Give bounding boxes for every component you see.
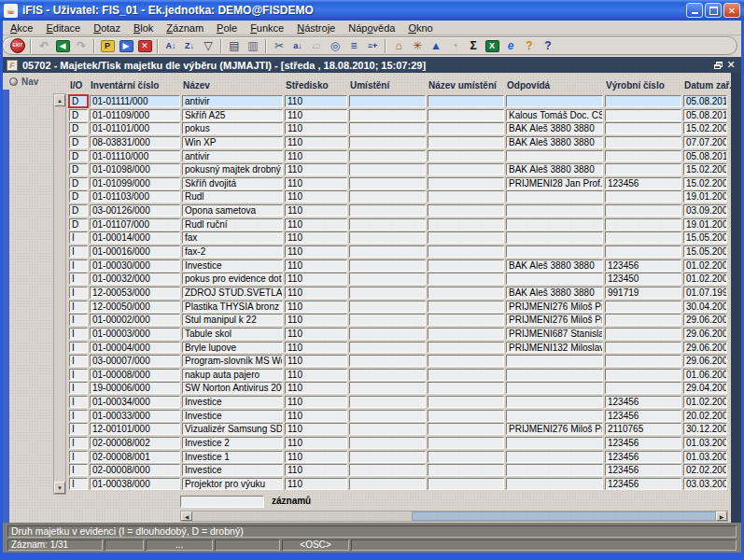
grid-cell-odp[interactable] xyxy=(506,369,603,381)
grid-cell-vyr[interactable]: 123456 xyxy=(605,396,681,408)
grid-cell-odp[interactable] xyxy=(506,396,603,408)
excel-icon[interactable]: X xyxy=(483,38,501,54)
grid-cell-vyr[interactable] xyxy=(605,109,681,121)
grid-cell-str[interactable]: 110 xyxy=(285,396,347,408)
helm-icon[interactable]: ✳ xyxy=(408,38,427,54)
grid-cell-nazev[interactable]: antivir xyxy=(182,150,283,162)
grid-cell-io[interactable]: I xyxy=(69,355,88,367)
grid-cell-numi[interactable] xyxy=(428,369,504,381)
grid-cell-odp[interactable] xyxy=(506,218,603,231)
grid-cell-odp[interactable] xyxy=(506,273,603,285)
grid-cell-nazev[interactable]: Investice xyxy=(182,464,283,476)
menu-item-akce[interactable]: Akce xyxy=(4,22,39,34)
form-restore-button[interactable] xyxy=(711,59,724,71)
grid-cell-str[interactable]: 110 xyxy=(285,190,347,203)
grid-cell-nazev[interactable]: pokusný majtek drobný xyxy=(182,163,283,175)
commit-save-icon[interactable]: ◀ xyxy=(53,38,72,54)
grid-cell-nazev[interactable]: nakup auta pajero xyxy=(182,369,283,381)
context-help-icon[interactable]: ? xyxy=(520,38,539,54)
grid-cell-dat[interactable]: 29.06.2001 xyxy=(683,342,727,354)
grid-cell-io[interactable]: I xyxy=(69,410,88,422)
grid-cell-odp[interactable]: PRIJMENI276 Miloš Prof. Dr xyxy=(506,314,603,326)
grid-cell-dat[interactable]: 30.04.2001 xyxy=(683,301,727,313)
grid-cell-umi[interactable] xyxy=(349,328,426,340)
grid-cell-io[interactable]: I xyxy=(69,314,88,326)
grid-cell-numi[interactable] xyxy=(428,259,504,272)
grid-cell-umi[interactable] xyxy=(349,204,426,217)
grid-cell-vyr[interactable]: 991719 xyxy=(605,287,681,299)
grid-cell-vyr[interactable]: 123456 xyxy=(605,259,681,272)
grid-cell-dat[interactable]: 01.03.2005 xyxy=(683,451,727,463)
grid-cell-numi[interactable] xyxy=(428,396,504,408)
close-button[interactable]: ✕ xyxy=(723,3,740,18)
grid-cell-inv[interactable]: 01-00032/000 xyxy=(90,273,180,285)
grid-cell-nazev[interactable]: Investice xyxy=(182,410,283,422)
grid-cell-odp[interactable] xyxy=(506,150,603,162)
grid-cell-str[interactable]: 110 xyxy=(285,328,347,340)
grid-cell-str[interactable]: 110 xyxy=(285,437,347,449)
grid-cell-vyr[interactable] xyxy=(605,369,681,381)
grid-cell-umi[interactable] xyxy=(349,273,426,285)
grid-cell-io[interactable]: I xyxy=(69,301,88,313)
grid-cell-io[interactable]: D xyxy=(69,204,88,217)
grid-cell-dat[interactable]: 05.08.2010 xyxy=(683,150,727,162)
scroll-down-button[interactable]: ▼ xyxy=(54,482,65,494)
horizontal-scroll-thumb[interactable] xyxy=(412,511,716,521)
scroll-right-button[interactable]: ▶ xyxy=(716,511,727,521)
grid-cell-inv[interactable]: 01-00002/000 xyxy=(90,314,180,326)
grid-cell-vyr[interactable] xyxy=(605,382,681,394)
grid-cell-vyr[interactable] xyxy=(605,122,681,134)
grid-cell-inv[interactable]: 01-01098/000 xyxy=(90,163,180,175)
grid-cell-numi[interactable] xyxy=(428,287,504,299)
grid-cell-io[interactable]: I xyxy=(69,259,88,272)
grid-cell-umi[interactable] xyxy=(349,122,426,134)
grid-cell-dat[interactable]: 29.06.2001 xyxy=(683,328,727,340)
grid-cell-umi[interactable] xyxy=(349,355,426,367)
grid-cell-nazev[interactable]: Opona sametova xyxy=(182,204,283,217)
grid-cell-umi[interactable] xyxy=(349,301,426,313)
minimize-button[interactable] xyxy=(686,3,703,18)
detail-list-icon[interactable]: ≡+ xyxy=(363,38,382,54)
grid-cell-dat[interactable]: 01.06.2004 xyxy=(683,369,727,381)
grid-cell-str[interactable]: 110 xyxy=(285,245,347,258)
grid-cell-dat[interactable]: 01.02.2005 xyxy=(683,396,727,408)
grid-cell-io[interactable]: D xyxy=(69,150,88,162)
grid-cell-str[interactable]: 110 xyxy=(285,218,347,231)
grid-cell-io[interactable]: I xyxy=(69,273,88,285)
grid-cell-inv[interactable]: 02-00008/001 xyxy=(90,451,180,463)
grid-cell-vyr[interactable]: 123456 xyxy=(605,437,681,449)
grid-cell-odp[interactable]: PRIJMENI276 Miloš Prof. Dr xyxy=(506,301,603,313)
grid-cell-nazev[interactable]: pokus xyxy=(182,122,283,134)
grid-cell-io[interactable]: I xyxy=(69,287,88,299)
menu-item-funkce[interactable]: Funkce xyxy=(244,22,290,34)
grid-cell-numi[interactable] xyxy=(428,355,504,367)
grid-cell-io[interactable]: D xyxy=(69,136,88,148)
grid-cell-dat[interactable]: 19.01.2008 xyxy=(683,218,727,231)
grid-cell-dat[interactable]: 30.12.2002 xyxy=(683,423,727,435)
grid-cell-str[interactable]: 110 xyxy=(285,136,347,148)
grid-cell-umi[interactable] xyxy=(349,163,426,175)
grid-cell-numi[interactable] xyxy=(428,218,504,231)
horizontal-scrollbar[interactable]: ◀ ▶ xyxy=(180,511,728,522)
grid-cell-dat[interactable]: 15.02.2007 xyxy=(683,122,727,134)
grid-cell-str[interactable]: 110 xyxy=(285,122,347,134)
grid-cell-dat[interactable]: 01.02.2005 xyxy=(683,259,727,272)
grid-cell-vyr[interactable] xyxy=(605,328,681,340)
mountain-export-icon[interactable]: ▲ xyxy=(427,38,445,54)
grid-cell-nazev[interactable]: Bryle lupove xyxy=(182,342,283,354)
grid-cell-umi[interactable] xyxy=(349,464,426,476)
grid-cell-odp[interactable] xyxy=(506,451,603,463)
list-of-values-icon[interactable]: ≡ xyxy=(344,38,363,54)
grid-cell-numi[interactable] xyxy=(428,342,504,354)
grid-cell-vyr[interactable] xyxy=(605,245,681,258)
grid-cell-dat[interactable]: 02.02.2005 xyxy=(683,464,727,476)
grid-cell-dat[interactable]: 15.02.2005 xyxy=(683,177,727,189)
grid-cell-odp[interactable] xyxy=(506,231,603,244)
grid-cell-str[interactable]: 110 xyxy=(285,451,347,463)
browser-icon[interactable]: e xyxy=(501,38,520,54)
grid-cell-str[interactable]: 110 xyxy=(285,369,347,381)
enter-query-icon[interactable]: P xyxy=(98,38,117,54)
grid-cell-str[interactable]: 110 xyxy=(285,231,347,244)
grid-cell-odp[interactable] xyxy=(506,382,603,394)
grid-cell-numi[interactable] xyxy=(428,478,504,490)
